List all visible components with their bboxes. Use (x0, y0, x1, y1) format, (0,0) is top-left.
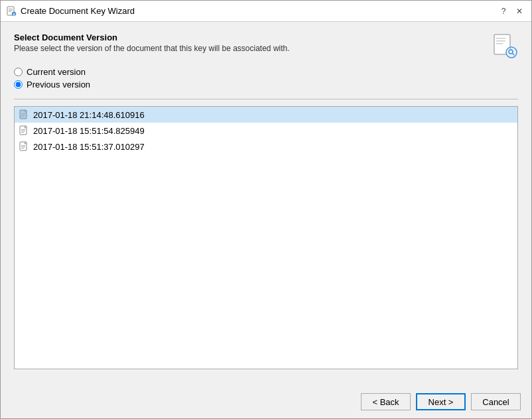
title-bar-title: Create Document Key Wizard (21, 6, 497, 16)
document-key-icon (492, 32, 518, 59)
current-version-radio[interactable]: Current version (14, 67, 518, 77)
file-icon (19, 141, 29, 152)
previous-version-label: Previous version (27, 80, 90, 90)
close-button[interactable]: ✕ (513, 5, 526, 18)
svg-rect-20 (21, 132, 24, 133)
section-subtitle: Please select the version of the documen… (14, 44, 290, 53)
svg-text:K: K (13, 12, 16, 16)
svg-rect-24 (21, 148, 24, 149)
section-title: Select Document Version (14, 32, 290, 42)
svg-rect-22 (21, 145, 25, 146)
footer: < Back Next > Cancel (1, 388, 531, 418)
previous-version-radio[interactable]: Previous version (14, 80, 518, 90)
divider (14, 99, 518, 99)
svg-rect-9 (496, 43, 503, 44)
svg-rect-2 (9, 10, 13, 11)
svg-rect-23 (21, 147, 25, 147)
title-bar: K Create Document Key Wizard ? ✕ (1, 1, 531, 22)
svg-rect-3 (9, 11, 11, 12)
svg-rect-1 (9, 9, 13, 9)
list-item[interactable]: 2017-01-18 15:51:54.825949 (15, 123, 517, 139)
help-button[interactable]: ? (497, 5, 510, 18)
list-item[interactable]: 2017-01-18 15:51:37.010297 (15, 139, 517, 154)
cancel-button[interactable]: Cancel (471, 393, 521, 410)
svg-rect-18 (21, 129, 25, 130)
current-version-input[interactable] (14, 68, 23, 76)
next-button[interactable]: Next > (416, 393, 466, 410)
version-timestamp: 2017-01-18 21:14:48.610916 (33, 110, 145, 120)
svg-rect-7 (496, 38, 505, 39)
title-bar-icon: K (6, 6, 17, 17)
version-timestamp: 2017-01-18 15:51:54.825949 (33, 126, 145, 136)
svg-rect-8 (496, 40, 505, 42)
section-header: Select Document Version Please select th… (14, 32, 290, 53)
current-version-label: Current version (27, 67, 86, 77)
header-row: Select Document Version Please select th… (14, 32, 518, 59)
content-area: Select Document Version Please select th… (1, 22, 531, 388)
version-list[interactable]: 2017-01-18 21:14:48.610916 2017-01-18 15… (14, 106, 518, 369)
list-item[interactable]: 2017-01-18 21:14:48.610916 (15, 107, 517, 123)
svg-rect-16 (21, 116, 24, 117)
svg-point-10 (506, 47, 517, 58)
title-bar-controls: ? ✕ (497, 5, 526, 18)
svg-rect-14 (21, 113, 25, 114)
wizard-window: K Create Document Key Wizard ? ✕ Select … (0, 0, 532, 419)
svg-rect-19 (21, 131, 25, 131)
file-icon (19, 125, 29, 136)
back-button[interactable]: < Back (361, 393, 411, 410)
radio-group: Current version Previous version (14, 67, 518, 92)
previous-version-input[interactable] (14, 80, 23, 89)
svg-rect-15 (21, 115, 25, 115)
version-timestamp: 2017-01-18 15:51:37.010297 (33, 142, 145, 152)
file-icon (19, 109, 29, 120)
